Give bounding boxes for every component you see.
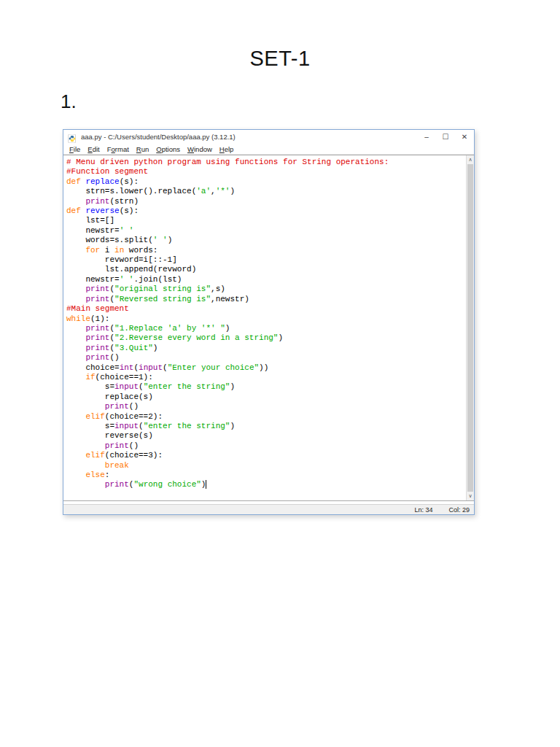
code-line: s=input("enter the string") <box>66 382 466 392</box>
menu-file[interactable]: File <box>66 145 84 153</box>
menu-format[interactable]: Format <box>104 145 133 153</box>
vertical-scrollbar[interactable]: ∧ ∨ <box>466 155 474 500</box>
code-line: #Main segment <box>66 304 466 314</box>
menu-edit[interactable]: Edit <box>84 145 103 153</box>
text-cursor <box>206 480 206 489</box>
code-line: lst=[] <box>66 216 466 225</box>
scrollbar-down-button[interactable]: ∨ <box>467 492 474 500</box>
code-line: print("original string is",s) <box>66 285 466 294</box>
title-bar[interactable]: aaa.py - C:/Users/student/Desktop/aaa.py… <box>63 130 474 144</box>
code-line: break <box>66 461 466 471</box>
scrollbar-up-button[interactable]: ∧ <box>467 155 474 164</box>
menu-bar: FileEditFormatRunOptionsWindowHelp <box>63 144 474 155</box>
menu-window[interactable]: Window <box>184 145 216 153</box>
code-line: elif(choice==2): <box>66 412 466 422</box>
code-line: def replace(s): <box>66 177 466 187</box>
code-line: newstr=' '.join(lst) <box>66 275 466 285</box>
code-line: replace(s) <box>66 392 466 402</box>
scrollbar-track[interactable] <box>467 164 474 492</box>
code-line: reverse(s) <box>66 431 466 441</box>
code-line: # Menu driven python program using funct… <box>66 158 466 167</box>
status-line-indicator: Ln: 34 <box>414 506 432 514</box>
code-line: print(strn) <box>66 197 466 206</box>
menu-help[interactable]: Help <box>216 145 238 153</box>
code-line: revword=i[::-1] <box>66 255 466 265</box>
menu-run[interactable]: Run <box>133 145 152 153</box>
code-line: print("2.Reverse every word in a string"… <box>66 333 466 343</box>
code-line: s=input("enter the string") <box>66 422 466 431</box>
page-title: SET-1 <box>0 47 560 71</box>
code-line: print("wrong choice") <box>66 480 466 489</box>
code-line: for i in words: <box>66 246 466 255</box>
code-line: elif(choice==3): <box>66 451 466 460</box>
code-line: lst.append(revword) <box>66 265 466 274</box>
editor-region: # Menu driven python program using funct… <box>63 155 474 501</box>
code-line: print() <box>66 402 466 411</box>
python-file-icon <box>68 133 77 142</box>
code-line: else: <box>66 471 466 480</box>
code-line: #Function segment <box>66 167 466 177</box>
maximize-button[interactable]: ☐ <box>436 130 455 144</box>
code-line: print() <box>66 441 466 451</box>
window-title: aaa.py - C:/Users/student/Desktop/aaa.py… <box>81 133 417 141</box>
code-line: print("3.Quit") <box>66 344 466 353</box>
code-line: while(1): <box>66 314 466 324</box>
code-line: words=s.split(' ') <box>66 236 466 245</box>
code-line: print("1.Replace 'a' by '*' ") <box>66 324 466 333</box>
minimize-button[interactable]: – <box>417 130 436 144</box>
menu-options[interactable]: Options <box>152 145 184 153</box>
code-area[interactable]: # Menu driven python program using funct… <box>63 155 466 500</box>
window-controls: – ☐ ✕ <box>417 130 474 144</box>
code-line: newstr=' ' <box>66 226 466 236</box>
code-line: print("Reversed string is",newstr) <box>66 295 466 304</box>
code-line: strn=s.lower().replace('a','*') <box>66 187 466 196</box>
item-number: 1. <box>61 90 77 113</box>
status-col-indicator: Col: 29 <box>448 506 470 514</box>
idle-editor-window: aaa.py - C:/Users/student/Desktop/aaa.py… <box>63 129 475 515</box>
code-line: print() <box>66 353 466 363</box>
status-bar: Ln: 34 Col: 29 <box>63 504 474 514</box>
close-button[interactable]: ✕ <box>455 130 474 144</box>
code-line: choice=int(input("Enter your choice")) <box>66 363 466 373</box>
code-line: def reverse(s): <box>66 206 466 216</box>
code-line: if(choice==1): <box>66 373 466 382</box>
scrollbar-thumb[interactable] <box>467 164 473 492</box>
